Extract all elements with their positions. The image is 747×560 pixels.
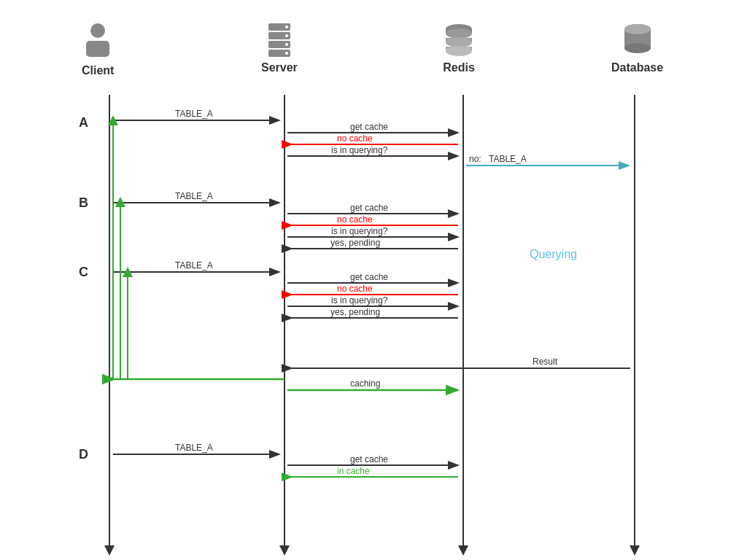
- label-a-table-a-2: TABLE_A: [489, 154, 527, 164]
- label-b-yes-pending: yes, pending: [330, 238, 380, 248]
- label-c-is-querying: is in querying?: [331, 295, 388, 306]
- label-b-is-querying: is in querying?: [331, 226, 388, 236]
- row-label-a: A: [79, 115, 88, 131]
- label-a-get-cache: get cache: [350, 122, 388, 132]
- label-result: Result: [533, 357, 558, 367]
- green-arrow-b: [115, 197, 125, 207]
- svg-point-19: [624, 43, 651, 53]
- arrow-down-database: [630, 545, 640, 556]
- querying-label: Querying: [530, 248, 577, 261]
- server-icon: [266, 22, 293, 57]
- database-icon: [620, 22, 655, 57]
- label-b-get-cache: get cache: [350, 203, 388, 213]
- label-a-table-a: TABLE_A: [175, 109, 213, 119]
- svg-point-16: [446, 46, 472, 56]
- label-d-in-cache: in cache: [337, 466, 370, 476]
- col-redis: Redis: [441, 22, 476, 74]
- col-client: Client: [82, 22, 114, 77]
- label-a-no-cache: no cache: [337, 133, 373, 144]
- svg-rect-1: [86, 41, 109, 57]
- database-label: Database: [611, 61, 663, 74]
- label-c-get-cache: get cache: [350, 272, 388, 282]
- green-arrow-a: [108, 115, 118, 125]
- person-icon: [82, 22, 114, 60]
- green-arrow-c: [123, 267, 133, 277]
- label-c-no-cache: no cache: [337, 284, 373, 294]
- row-label-c: C: [79, 265, 88, 280]
- svg-point-12: [446, 28, 472, 39]
- svg-point-0: [90, 23, 105, 38]
- col-database: Database: [611, 22, 663, 74]
- label-c-table-a: TABLE_A: [175, 260, 213, 271]
- svg-point-14: [446, 37, 472, 47]
- row-label-b: B: [79, 195, 88, 211]
- redis-label: Redis: [443, 61, 475, 74]
- label-caching: caching: [350, 378, 380, 389]
- label-d-table-a: TABLE_A: [175, 443, 213, 453]
- svg-point-6: [285, 26, 288, 28]
- arrow-down-redis: [458, 545, 468, 556]
- redis-icon: [441, 22, 476, 57]
- svg-point-8: [285, 43, 288, 46]
- svg-point-9: [285, 52, 288, 55]
- label-b-no-cache: no cache: [337, 214, 373, 225]
- row-label-d: D: [79, 447, 88, 462]
- label-a-no: no:: [469, 154, 481, 164]
- arrow-down-server: [279, 545, 290, 556]
- label-d-get-cache: get cache: [350, 454, 388, 464]
- label-c-yes-pending: yes, pending: [330, 307, 380, 317]
- col-server: Server: [261, 22, 298, 74]
- arrow-down-client: [104, 545, 115, 556]
- label-a-is-querying: is in querying?: [331, 145, 388, 155]
- arrows-svg: TABLE_A get cache no cache is in queryin…: [0, 0, 747, 560]
- client-label: Client: [82, 64, 114, 77]
- label-b-table-a: TABLE_A: [175, 191, 213, 201]
- diagram: Client Server Redis: [0, 0, 747, 560]
- svg-point-7: [285, 34, 288, 37]
- svg-point-20: [624, 24, 651, 34]
- server-label: Server: [261, 61, 298, 74]
